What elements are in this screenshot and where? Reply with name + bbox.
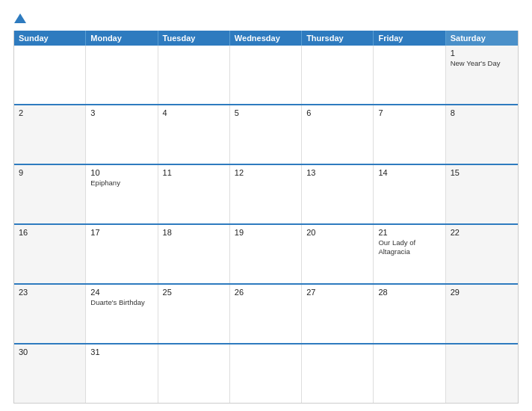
week-row-3: 161718192021Our Lady ofAltagracia22 <box>14 223 518 283</box>
day-number: 8 <box>451 108 513 117</box>
cal-cell-week2-day2: 11 <box>158 165 230 223</box>
day-number: 23 <box>19 288 81 297</box>
day-header-wednesday: Wednesday <box>230 31 302 46</box>
cal-cell-week0-day3 <box>230 46 302 104</box>
day-number: 2 <box>19 108 81 117</box>
cal-cell-week4-day6: 29 <box>446 285 518 343</box>
day-number: 7 <box>378 108 440 117</box>
day-number: 18 <box>163 228 225 237</box>
week-row-2: 910Epiphany1112131415 <box>14 164 518 223</box>
event-label: Epiphany <box>90 179 152 188</box>
day-number: 22 <box>451 228 513 237</box>
cal-cell-week1-day5: 7 <box>374 105 445 164</box>
day-header-friday: Friday <box>374 31 445 46</box>
day-header-thursday: Thursday <box>302 31 374 46</box>
cal-cell-week0-day4 <box>302 46 374 104</box>
day-number: 16 <box>19 228 81 237</box>
cal-cell-week5-day4 <box>302 344 374 403</box>
cal-cell-week1-day0: 2 <box>14 105 86 164</box>
day-number: 21 <box>378 228 440 237</box>
day-number: 6 <box>306 108 368 117</box>
cal-cell-week0-day1 <box>86 46 158 104</box>
cal-cell-week1-day4: 6 <box>302 105 374 164</box>
day-number: 10 <box>90 168 152 177</box>
week-row-0: 1New Year's Day <box>14 46 518 104</box>
page: SundayMondayTuesdayWednesdayThursdayFrid… <box>0 0 532 411</box>
day-number: 27 <box>306 288 368 297</box>
logo-triangle-icon <box>14 13 26 23</box>
week-row-1: 2345678 <box>14 104 518 164</box>
cal-cell-week5-day0: 30 <box>14 344 86 403</box>
day-number: 25 <box>163 288 225 297</box>
cal-cell-week2-day6: 15 <box>446 165 518 223</box>
day-number: 31 <box>90 347 152 356</box>
event-label: New Year's Day <box>451 59 513 68</box>
cal-cell-week5-day6 <box>446 344 518 403</box>
day-header-saturday: Saturday <box>446 31 518 46</box>
day-number: 17 <box>90 228 152 237</box>
cal-cell-week5-day5 <box>374 344 445 403</box>
cal-cell-week0-day5 <box>374 46 445 104</box>
cal-cell-week5-day2 <box>158 344 230 403</box>
cal-cell-week4-day5: 28 <box>374 285 445 343</box>
cal-cell-week0-day2 <box>158 46 230 104</box>
cal-cell-week5-day3 <box>230 344 302 403</box>
day-number: 26 <box>235 288 297 297</box>
cal-cell-week3-day4: 20 <box>302 225 374 283</box>
cal-cell-week0-day6: 1New Year's Day <box>446 46 518 104</box>
cal-cell-week3-day6: 22 <box>446 225 518 283</box>
day-number: 14 <box>378 168 440 177</box>
day-number: 11 <box>163 168 225 177</box>
event-label: Our Lady ofAltagracia <box>378 238 440 257</box>
cal-cell-week4-day3: 26 <box>230 285 302 343</box>
header <box>13 13 519 23</box>
day-header-sunday: Sunday <box>14 31 86 46</box>
cal-cell-week1-day6: 8 <box>446 105 518 164</box>
cal-cell-week4-day4: 27 <box>302 285 374 343</box>
cal-cell-week3-day0: 16 <box>14 225 86 283</box>
logo <box>13 13 73 23</box>
cal-cell-week3-day5: 21Our Lady ofAltagracia <box>374 225 445 283</box>
day-number: 3 <box>90 108 152 117</box>
calendar-body: 1New Year's Day2345678910Epiphany1112131… <box>14 46 518 403</box>
day-number: 15 <box>451 168 513 177</box>
cal-cell-week2-day4: 13 <box>302 165 374 223</box>
cal-cell-week3-day3: 19 <box>230 225 302 283</box>
cal-cell-week4-day2: 25 <box>158 285 230 343</box>
event-label: Duarte's Birthday <box>90 298 152 307</box>
day-header-monday: Monday <box>86 31 158 46</box>
cal-cell-week1-day2: 4 <box>158 105 230 164</box>
cal-cell-week2-day0: 9 <box>14 165 86 223</box>
day-number: 30 <box>19 347 81 356</box>
week-row-5: 3031 <box>14 343 518 403</box>
cal-cell-week1-day1: 3 <box>86 105 158 164</box>
day-number: 24 <box>90 288 152 297</box>
calendar: SundayMondayTuesdayWednesdayThursdayFrid… <box>13 31 519 404</box>
day-number: 9 <box>19 168 81 177</box>
cal-cell-week0-day0 <box>14 46 86 104</box>
cal-cell-week2-day1: 10Epiphany <box>86 165 158 223</box>
week-row-4: 2324Duarte's Birthday2526272829 <box>14 283 518 343</box>
cal-cell-week5-day1: 31 <box>86 344 158 403</box>
cal-cell-week4-day0: 23 <box>14 285 86 343</box>
cal-cell-week2-day5: 14 <box>374 165 445 223</box>
day-number: 19 <box>235 228 297 237</box>
calendar-header-row: SundayMondayTuesdayWednesdayThursdayFrid… <box>14 31 518 46</box>
cal-cell-week1-day3: 5 <box>230 105 302 164</box>
day-number: 13 <box>306 168 368 177</box>
day-number: 28 <box>378 288 440 297</box>
day-number: 29 <box>451 288 513 297</box>
day-number: 12 <box>235 168 297 177</box>
day-header-tuesday: Tuesday <box>158 31 230 46</box>
cal-cell-week2-day3: 12 <box>230 165 302 223</box>
cal-cell-week3-day1: 17 <box>86 225 158 283</box>
day-number: 5 <box>235 108 297 117</box>
day-number: 4 <box>163 108 225 117</box>
day-number: 20 <box>306 228 368 237</box>
cal-cell-week3-day2: 18 <box>158 225 230 283</box>
cal-cell-week4-day1: 24Duarte's Birthday <box>86 285 158 343</box>
day-number: 1 <box>451 49 513 58</box>
